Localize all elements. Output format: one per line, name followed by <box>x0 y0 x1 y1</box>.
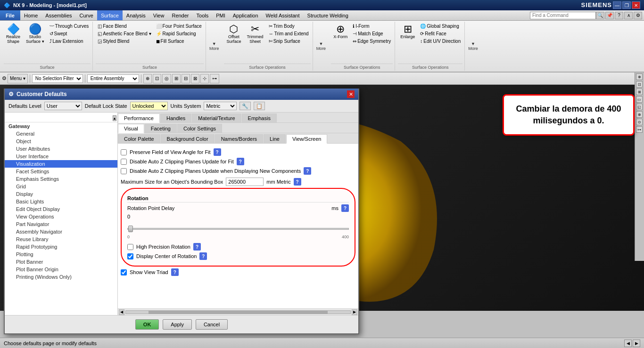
toolbar-btn5[interactable]: ⊟ <box>182 74 190 83</box>
tree-item-plot-banner[interactable]: Plot Banner <box>5 258 117 266</box>
slider-thumb[interactable] <box>128 226 133 232</box>
lock-state-select[interactable]: Unlocked Locked <box>130 102 168 110</box>
tab-faceting[interactable]: Faceting <box>145 124 177 133</box>
high-precision-help[interactable]: ? <box>193 243 201 251</box>
status-btn2[interactable]: ▶ <box>633 340 640 347</box>
tree-item-assembly-navigator[interactable]: Assembly Navigator <box>5 228 117 235</box>
tab-view-screen[interactable]: View/Screen <box>286 134 328 144</box>
max-size-input[interactable] <box>226 178 264 186</box>
display-center-checkbox[interactable] <box>127 253 133 259</box>
aesthetic-face-blend-button[interactable]: ◱ Aesthetic Face Blend ▾ <box>96 30 153 37</box>
sidebar-btn2[interactable]: ⊡ <box>636 81 643 88</box>
edge-symmetry-button[interactable]: ⇔ Edge Symmetry <box>351 38 393 45</box>
maximize-button[interactable]: ❐ <box>622 1 631 9</box>
show-triad-checkbox[interactable] <box>121 269 127 275</box>
settings-icon-btn[interactable]: ⚙ <box>634 12 642 19</box>
apply-button[interactable]: Apply <box>163 319 192 330</box>
tree-item-plotting[interactable]: Plotting <box>5 251 117 258</box>
iform-button[interactable]: ℹ I-Form <box>351 23 393 30</box>
fill-surface-button[interactable]: ◼ Fill Surface <box>154 38 204 45</box>
ok-button[interactable]: OK <box>135 319 159 330</box>
tab-handles[interactable]: Handles <box>160 113 191 122</box>
enlarge-button[interactable]: ⊞ Enlarge <box>398 23 417 40</box>
dialog-close-button[interactable]: ✕ <box>347 90 355 98</box>
menu-dropdown-button[interactable]: Menu ▾ <box>8 74 28 83</box>
sidebar-btn4[interactable]: ▭ <box>636 96 643 103</box>
defaults-level-select[interactable]: User Site Group <box>44 102 82 110</box>
tree-item-object[interactable]: Object <box>5 138 117 145</box>
find-command-input[interactable] <box>530 12 596 19</box>
tab-color-settings[interactable]: Color Settings <box>177 124 222 133</box>
trim-body-button[interactable]: ✂ Trim Body <box>267 23 311 30</box>
tab-background-color[interactable]: Background Color <box>161 134 215 143</box>
tree-item-part-navigator[interactable]: Part Navigator <box>5 220 117 228</box>
swept-button[interactable]: ↺ Swept <box>48 30 91 37</box>
minimize-button[interactable]: — <box>613 1 621 9</box>
menu-application[interactable]: Application <box>229 10 262 20</box>
final-more-button[interactable]: ▼ More <box>466 40 480 52</box>
tree-item-printing[interactable]: Printing (Windows Only) <box>5 273 117 281</box>
face-blend-button[interactable]: ◫ Face Blend <box>96 23 153 30</box>
menu-render[interactable]: Render <box>168 10 192 20</box>
tab-line[interactable]: Line <box>264 134 286 143</box>
rotation-delay-help[interactable]: ? <box>341 204 349 212</box>
tab-visual[interactable]: Visual <box>118 124 144 133</box>
units-icon2-button[interactable]: 📋 <box>254 102 265 110</box>
realize-shape-button[interactable]: 🔷 RealizeShape <box>4 23 23 45</box>
menu-home[interactable]: Home <box>20 10 41 20</box>
status-btn1[interactable]: ◀ <box>624 340 632 347</box>
selection-filter-select[interactable]: No Selection Filter <box>32 74 83 83</box>
styled-blend-button[interactable]: ◲ Styled Blend <box>96 38 153 45</box>
tab-performance[interactable]: Performance <box>118 113 160 123</box>
scroll-left-btn[interactable]: ◀ <box>119 309 124 315</box>
search-icon-btn[interactable]: 🔍 <box>596 12 604 19</box>
menu-pmi[interactable]: PMI <box>212 10 229 20</box>
snip-surface-button[interactable]: ✄ Snip Surface <box>267 38 311 45</box>
toolbar-btn1[interactable]: ⊕ <box>143 74 152 83</box>
refit-face-button[interactable]: ⟳ Refit Face <box>418 30 462 37</box>
scroll-thumb[interactable] <box>125 310 351 314</box>
tree-item-view-operations[interactable]: View Operations <box>5 213 117 220</box>
studio-surface-button[interactable]: 🔵 StudioSurface ▾ <box>24 23 47 45</box>
tree-item-facet-settings[interactable]: Facet Settings <box>5 168 117 175</box>
units-icon-button[interactable]: 🔧 <box>239 102 251 110</box>
tree-item-display[interactable]: Display <box>5 190 117 198</box>
tab-color-palette[interactable]: Color Palette <box>118 134 160 143</box>
tree-item-user-interface[interactable]: User Interface <box>5 153 117 160</box>
sidebar-btn3[interactable]: ⊞ <box>636 89 643 95</box>
display-center-help[interactable]: ? <box>199 252 207 260</box>
toolbar-btn4[interactable]: ⊞ <box>172 74 181 83</box>
pin-icon-btn[interactable]: 📌 <box>605 12 614 19</box>
high-precision-checkbox[interactable] <box>127 244 133 250</box>
tree-item-gateway[interactable]: Gateway <box>5 122 117 130</box>
tab-emphasis[interactable]: Emphasis <box>242 113 277 122</box>
preserve-fov-help[interactable]: ? <box>214 148 221 156</box>
tree-up-btn[interactable]: ▲ <box>113 115 116 121</box>
toolbar-btn8[interactable]: ⊶ <box>210 74 219 83</box>
sidebar-btn6[interactable]: ⊗ <box>636 111 643 118</box>
surfaceops-more-button[interactable]: ▼ More <box>314 40 329 52</box>
edit-uv-direction-button[interactable]: ↕ Edit U/V Direction <box>418 38 462 45</box>
tab-names-borders[interactable]: Names/Borders <box>215 134 263 143</box>
menu-tools[interactable]: Tools <box>193 10 213 20</box>
tree-item-edit-object-display[interactable]: Edit Object Display <box>5 205 117 213</box>
four-point-surface-button[interactable]: ⬜ Four Point Surface <box>154 23 204 30</box>
tree-item-rapid-prototyping[interactable]: Rapid Prototyping <box>5 243 117 251</box>
tree-item-plot-banner-origin[interactable]: Plot Banner Origin <box>5 266 117 273</box>
toolbar-btn3[interactable]: ◎ <box>162 74 171 83</box>
menu-curve[interactable]: Curve <box>76 10 97 20</box>
menu-surface[interactable]: Surface <box>97 10 123 20</box>
through-curves-button[interactable]: 〰 Through Curves <box>48 23 91 30</box>
help-icon-btn[interactable]: ? <box>615 12 623 19</box>
sidebar-btn7[interactable]: ⊙ <box>636 119 643 125</box>
menu-assemblies[interactable]: Assemblies <box>41 10 75 20</box>
match-edge-button[interactable]: ⊣ Match Edge <box>351 30 393 37</box>
disable-auto-z-new-checkbox[interactable] <box>121 168 127 174</box>
disable-auto-z-fit-help[interactable]: ? <box>237 158 244 165</box>
offset-surface-button[interactable]: ⬡ OffsetSurface <box>224 23 243 45</box>
toolbar-btn7[interactable]: ⊹ <box>200 74 209 83</box>
scroll-right-btn[interactable]: ▶ <box>352 309 357 315</box>
sidebar-btn1[interactable]: ⊕ <box>636 73 643 80</box>
rapid-surfacing-button[interactable]: ⚡ Rapid Surfacing <box>154 30 204 37</box>
menu-analysis[interactable]: Analysis <box>123 10 149 20</box>
